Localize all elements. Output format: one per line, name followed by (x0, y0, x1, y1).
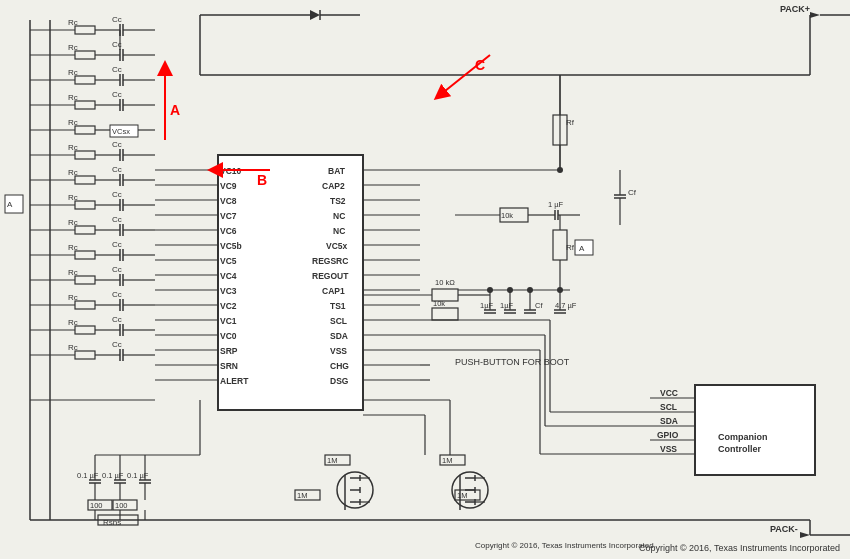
svg-text:Cc: Cc (112, 190, 122, 199)
svg-text:Rc: Rc (68, 268, 78, 277)
svg-text:100: 100 (90, 501, 103, 510)
svg-text:1M: 1M (327, 456, 337, 465)
svg-text:DSG: DSG (330, 376, 349, 386)
svg-text:Rc: Rc (68, 293, 78, 302)
svg-text:0.1 µF: 0.1 µF (77, 471, 99, 480)
svg-text:1 µF: 1 µF (548, 200, 564, 209)
svg-text:VC1: VC1 (220, 316, 237, 326)
svg-text:REGOUT: REGOUT (312, 271, 349, 281)
svg-text:Controller: Controller (718, 444, 761, 454)
svg-text:TS2: TS2 (330, 196, 346, 206)
svg-text:Companion: Companion (718, 432, 768, 442)
svg-text:10k: 10k (501, 211, 513, 220)
svg-text:1M: 1M (442, 456, 452, 465)
svg-text:10k: 10k (433, 299, 445, 308)
svg-text:Cc: Cc (112, 65, 122, 74)
svg-text:Copyright © 2016, Texas Instru: Copyright © 2016, Texas Instruments Inco… (475, 541, 654, 550)
svg-text:SDA: SDA (660, 416, 678, 426)
svg-text:NC: NC (333, 211, 345, 221)
svg-text:1M: 1M (457, 491, 467, 500)
svg-text:REGSRC: REGSRC (312, 256, 348, 266)
svg-text:NC: NC (333, 226, 345, 236)
svg-text:CHG: CHG (330, 361, 349, 371)
svg-text:VC5b: VC5b (220, 241, 242, 251)
svg-text:Rf: Rf (566, 118, 575, 127)
svg-text:Rc: Rc (68, 343, 78, 352)
svg-text:Rc: Rc (68, 43, 78, 52)
svg-text:1µF: 1µF (500, 301, 513, 310)
svg-text:Cc: Cc (112, 140, 122, 149)
svg-text:VC0: VC0 (220, 331, 237, 341)
svg-text:VCsx: VCsx (112, 127, 130, 136)
svg-point-335 (527, 287, 533, 293)
svg-text:1µF: 1µF (480, 301, 493, 310)
svg-text:Cc: Cc (112, 265, 122, 274)
svg-text:A: A (579, 244, 585, 253)
svg-rect-118 (218, 155, 363, 410)
svg-text:GPIO: GPIO (657, 430, 679, 440)
svg-rect-237 (695, 385, 815, 475)
svg-text:PACK-: PACK- (770, 524, 798, 534)
svg-text:Cf: Cf (628, 188, 637, 197)
svg-text:B: B (257, 172, 267, 188)
svg-text:C: C (475, 57, 485, 73)
svg-text:0.1 µF: 0.1 µF (102, 471, 124, 480)
svg-text:Cc: Cc (112, 15, 122, 24)
svg-text:BAT: BAT (328, 166, 346, 176)
svg-text:0.1 µF: 0.1 µF (127, 471, 149, 480)
svg-text:Rc: Rc (68, 168, 78, 177)
svg-text:ALERT: ALERT (220, 376, 249, 386)
svg-text:Cc: Cc (112, 215, 122, 224)
svg-text:4.7 µF: 4.7 µF (555, 301, 577, 310)
svg-text:VC8: VC8 (220, 196, 237, 206)
svg-text:VC7: VC7 (220, 211, 237, 221)
svg-text:Rc: Rc (68, 243, 78, 252)
svg-text:Rc: Rc (68, 93, 78, 102)
svg-text:SCL: SCL (330, 316, 347, 326)
svg-text:Rc: Rc (68, 18, 78, 27)
svg-text:SCL: SCL (660, 402, 677, 412)
svg-text:VC4: VC4 (220, 271, 237, 281)
svg-text:VC5: VC5 (220, 256, 237, 266)
svg-text:Cc: Cc (112, 40, 122, 49)
svg-text:SRP: SRP (220, 346, 238, 356)
svg-text:Rc: Rc (68, 68, 78, 77)
svg-text:Cc: Cc (112, 165, 122, 174)
svg-text:Rf: Rf (566, 243, 575, 252)
svg-text:A: A (7, 200, 13, 209)
schematic-diagram: Rc Cc Rc Cc Rc Cc Rc Cc Rc VCsx Rc Cc (0, 0, 850, 559)
svg-text:10 kΩ: 10 kΩ (435, 278, 455, 287)
svg-text:SRN: SRN (220, 361, 238, 371)
copyright-text: Copyright © 2016, Texas Instruments Inco… (639, 543, 840, 553)
svg-text:VC3: VC3 (220, 286, 237, 296)
svg-text:100: 100 (115, 501, 128, 510)
svg-text:CAP1: CAP1 (322, 286, 345, 296)
svg-text:CAP2: CAP2 (322, 181, 345, 191)
svg-text:Cc: Cc (112, 290, 122, 299)
svg-point-337 (557, 167, 563, 173)
svg-text:SDA: SDA (330, 331, 348, 341)
svg-text:Rc: Rc (68, 318, 78, 327)
svg-text:VC6: VC6 (220, 226, 237, 236)
svg-text:TS1: TS1 (330, 301, 346, 311)
svg-point-334 (507, 287, 513, 293)
svg-text:VC9: VC9 (220, 181, 237, 191)
svg-text:VC5x: VC5x (326, 241, 348, 251)
svg-text:PUSH-BUTTON FOR BOOT: PUSH-BUTTON FOR BOOT (455, 357, 570, 367)
svg-text:A: A (170, 102, 180, 118)
svg-text:Cc: Cc (112, 90, 122, 99)
svg-text:Rc: Rc (68, 118, 78, 127)
svg-text:Cc: Cc (112, 340, 122, 349)
svg-text:Rc: Rc (68, 143, 78, 152)
svg-text:1M: 1M (297, 491, 307, 500)
svg-text:Rc: Rc (68, 193, 78, 202)
svg-text:PACK+: PACK+ (780, 4, 810, 14)
svg-text:Rc: Rc (68, 218, 78, 227)
svg-text:VSS: VSS (660, 444, 677, 454)
svg-text:Cc: Cc (112, 240, 122, 249)
svg-text:Cf: Cf (535, 301, 543, 310)
svg-text:VCC: VCC (660, 388, 678, 398)
svg-text:VSS: VSS (330, 346, 347, 356)
svg-point-333 (487, 287, 493, 293)
svg-point-336 (557, 287, 563, 293)
